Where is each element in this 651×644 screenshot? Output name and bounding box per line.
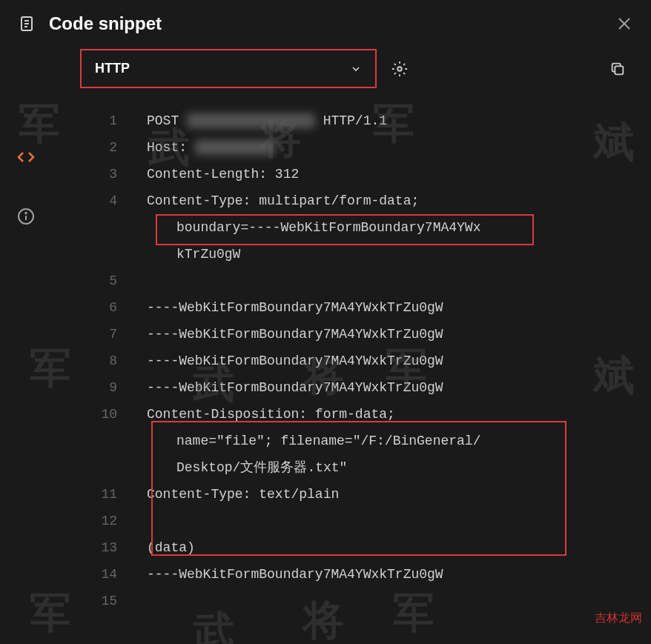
code-line: 8 ----WebKitFormBoundary7MA4YWxkTrZu0gW [80, 348, 636, 374]
code-area: 1 POST ████████████████ HTTP/1.1 2 Host:… [0, 107, 651, 614]
line-content: Content-Length: 312 [147, 161, 636, 187]
line-content: ----WebKitFormBoundary7MA4YWxkTrZu0gW [147, 348, 636, 374]
line-number: 7 [80, 321, 117, 348]
copy-button[interactable] [609, 61, 626, 77]
controls-row: HTTP [0, 43, 651, 94]
line-content: POST ████████████████ HTTP/1.1 [147, 107, 636, 134]
line-number: 1 [80, 107, 117, 134]
chevron-down-icon [350, 63, 362, 75]
code-line: 14 ----WebKitFormBoundary7MA4YWxkTrZu0gW [80, 561, 636, 588]
code-line: 4 Content-Type: multipart/form-data;boun… [80, 187, 636, 268]
document-icon [18, 15, 36, 33]
language-dropdown[interactable]: HTTP [80, 49, 377, 88]
line-number: 3 [80, 161, 117, 187]
code-line: 2 Host: ██████████ [80, 134, 636, 161]
line-content: Content-Disposition: form-data;name="fil… [147, 401, 636, 481]
line-number: 10 [80, 401, 117, 428]
line-number: 13 [80, 534, 117, 561]
line-number: 4 [80, 187, 117, 214]
header: Code snippet [0, 0, 651, 43]
line-content: Host: ██████████ [147, 134, 636, 161]
line-number: 8 [80, 348, 117, 374]
line-content: ----WebKitFormBoundary7MA4YWxkTrZu0gW [147, 374, 636, 401]
code-line: 13 (data) [80, 534, 636, 561]
code-line: 7 ----WebKitFormBoundary7MA4YWxkTrZu0gW [80, 321, 636, 348]
code-line: 12 [80, 508, 636, 534]
line-content: Content-Type: text/plain [147, 481, 636, 508]
line-content: ----WebKitFormBoundary7MA4YWxkTrZu0gW [147, 294, 636, 321]
line-number: 14 [80, 561, 117, 588]
code-line: 3 Content-Length: 312 [80, 161, 636, 187]
svg-rect-7 [615, 66, 623, 74]
line-content: ----WebKitFormBoundary7MA4YWxkTrZu0gW [147, 321, 636, 348]
line-number: 2 [80, 134, 117, 161]
svg-point-6 [397, 67, 402, 71]
line-content: Content-Type: multipart/form-data;bounda… [147, 187, 636, 268]
code-line: 5 [80, 268, 636, 294]
code-line: 11 Content-Type: text/plain [80, 481, 636, 508]
line-number: 9 [80, 374, 117, 401]
line-number: 5 [80, 268, 117, 294]
code-line: 1 POST ████████████████ HTTP/1.1 [80, 107, 636, 134]
page-title: Code snippet [49, 13, 602, 34]
line-content: (data) [147, 534, 636, 561]
line-number: 12 [80, 508, 117, 534]
code-line: 9 ----WebKitFormBoundary7MA4YWxkTrZu0gW [80, 374, 636, 401]
dropdown-label: HTTP [95, 61, 130, 76]
code-line: 6 ----WebKitFormBoundary7MA4YWxkTrZu0gW [80, 294, 636, 321]
line-content: ----WebKitFormBoundary7MA4YWxkTrZu0gW [147, 561, 636, 588]
settings-button[interactable] [391, 61, 408, 77]
line-number: 6 [80, 294, 117, 321]
code-line: 15 [80, 588, 636, 614]
code-line: 10 Content-Disposition: form-data;name="… [80, 401, 636, 481]
line-number: 11 [80, 481, 117, 508]
close-button[interactable] [615, 15, 633, 33]
site-watermark: 吉林龙网 [595, 611, 642, 626]
line-number: 15 [80, 588, 117, 614]
